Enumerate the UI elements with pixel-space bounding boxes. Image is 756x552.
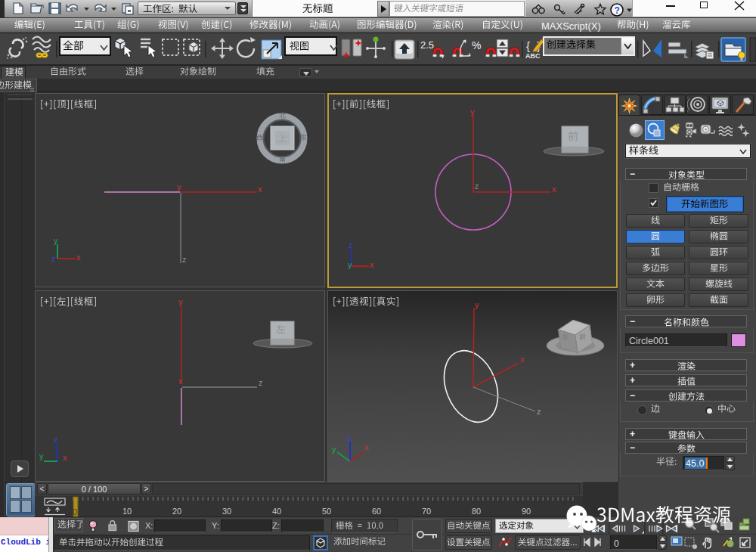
svg-text:{: { [526,39,530,52]
svg-text:ABC: ABC [525,52,541,60]
svg-text:?: ? [615,5,620,16]
svg-text:%: % [472,39,481,51]
svg-text:2.5: 2.5 [420,39,434,51]
